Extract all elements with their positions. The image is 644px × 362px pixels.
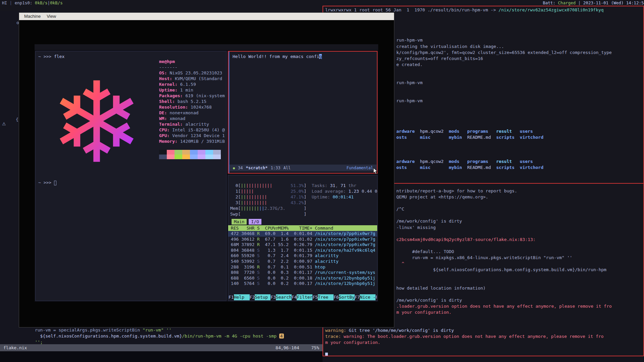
palette-swatch [182,155,190,159]
info-label: Memory: [159,139,178,144]
meter-label: 2[ [230,194,241,199]
process-command: /run/current-system/sys [315,270,375,275]
warning-label: warning: [325,328,346,333]
cpu-meter-2: 2[|||||||||| 47.1%] Uptime: 00:01:41 [230,194,377,200]
editor-code-line: run-vm = specialArgs.pkgs.writeScriptBin… [19,327,171,333]
process-row[interactable]: 472 30468 R 69.0 1.4 0:01.04 /nix/store/… [228,231,377,237]
neofetch-user-host: me@hpm [159,59,225,64]
process-ids: 140 5764 [228,281,257,286]
emacs-pane[interactable]: Hello World!! from my emacs config ● 34 … [228,51,378,174]
palette-swatch [182,150,190,155]
info-value: KVM/QEMU (Standard PC (i440FX + PIIX, 19… [172,76,225,81]
directory-name: mods [449,128,467,134]
process-ids: 496 30612 [228,237,257,242]
meter-bars-high: ||||||||| [243,200,267,205]
fkey-tree-button[interactable]: Tree [318,294,334,300]
process-row[interactable]: 688 6560 S 0.0 0.2 0:00.18 /nix/store/12… [228,276,377,281]
directory-name: programs [467,159,496,165]
info-value: 1420MiB / 3931MiB [178,139,225,144]
process-row[interactable]: 140 5764 S 0.0 0.2 0:00.17 /nix/store/12… [228,281,377,287]
meter-pad [285,206,304,211]
fkey-search-button[interactable]: Search [276,294,292,300]
neofetch-row: Terminal:alacritty [159,121,225,127]
info-label: Resolution: [159,105,188,110]
host-label: HI [2,0,10,5]
shell-prompt: ~ >>> flex [38,54,64,59]
emacs-buffer-text: Hello World!! from my emacs config [233,54,322,59]
process-table-header[interactable]: RES SHR S CPU%▽MEM% TIME+ Command [228,225,377,231]
vim-command-line[interactable] [0,351,323,362]
directory-name: mybin [449,134,467,140]
directory-name: scripts [496,165,519,171]
menu-item-machine[interactable]: Machine [21,13,44,20]
uptime-label: Uptime: [306,194,333,199]
process-row[interactable]: 540 53992 S 0.7 2.2 0:00.97 alacritty [228,259,377,264]
tasks-count: 31 [330,183,335,188]
meter-bars-low: | [241,200,243,205]
palette-swatch [167,150,175,155]
symlink-name: result [496,159,519,165]
process-state: S [257,270,260,275]
process-command: htop [315,264,325,269]
cpu-meter-0: 0[|||||||||||| 51.3%] Tasks: 31, 71 thr [230,183,377,188]
fkey-help-button[interactable]: Help [234,294,250,300]
neofetch-row: Uptime:1 min [159,87,225,93]
neofetch-row: CPU:Intel i5-8250U (4) @ 1.791GHz [159,127,225,133]
process-stats: 0.0 0.2 0:00.18 [260,276,315,281]
fkey-label: F2 [250,294,255,300]
editor-code-line: ${self.nixosConfigurations.hpm.config.sy… [19,333,284,339]
mouse-cursor [373,168,378,174]
process-command: /nix/store/ha2fv9kc6lq4 [315,248,375,253]
vm-display[interactable]: HI | eth0: 0kB/s|0kB/s Batt: Charged | 2… [35,44,378,302]
process-row[interactable]: 660 55920 S 0.7 2.4 0:01.79 alacritty [228,253,377,259]
directory-name: users [520,159,533,165]
directory-name: programs [467,128,496,134]
meter-bars-low: || [241,194,246,199]
process-row[interactable]: 808 7720 S 0.0 0.3 0:01.17 /run/current-… [228,270,377,276]
process-state: S [257,253,260,258]
file-name: README.md [467,134,496,140]
process-state: S [257,248,260,253]
neofetch-row: Memory:1420MiB / 3931MiB [159,138,225,144]
meter-label: 3[ [230,200,241,205]
htop-tab-main[interactable]: Main [232,219,247,225]
process-row[interactable]: 804 36848 S 1.3 1.7 0:01.15 /nix/store/h… [228,248,377,253]
htop-tab-io[interactable]: I/O [249,219,261,225]
rx-rate: 0kB/s [35,0,48,5]
shell-command: flex [54,54,64,59]
htop-pane[interactable]: 0[|||||||||||| 51.3%] Tasks: 31, 71 thr … [228,175,378,301]
palette-swatch [205,150,213,155]
palette-swatch [198,155,205,159]
fkey-setup-button[interactable]: Setup [255,294,270,300]
fkey-filter-button[interactable]: Filter [297,294,312,300]
editor-text-fragment: { [16,117,18,122]
meter-bars-low: || [241,183,246,188]
menu-item-view[interactable]: View [44,13,59,20]
svg-text:❄: ❄ [50,61,143,176]
info-label: Uptime: [159,87,178,93]
fkey-nice-minus-button[interactable]: Nice - [360,294,376,300]
fkey-sortby-button[interactable]: SortBy [339,294,355,300]
process-row[interactable]: 496 30612 R 67.7 1.6 0:01.02 /nix/store/… [228,237,377,242]
process-stats: 67.7 1.6 0:01.02 [260,237,315,242]
vim-statusline: flake.nix 84,96-104 75% [0,344,323,351]
process-stats: 47.1 55.2 0:26.79 [260,242,315,247]
directory-name: misc [420,134,449,140]
process-row[interactable]: 68M 37892 R 47.1 55.2 0:26.79 /nix/store… [228,242,377,248]
meter-bars-high: |||||||| [246,194,267,199]
terminal-blank-space [325,346,643,352]
process-ids: 660 55920 [228,253,257,258]
color-palette [159,150,221,159]
warning-line: trace: warning: The boot.loader.grub.ver… [325,334,643,340]
palette-swatch [213,150,221,155]
palette-swatch [198,150,205,155]
qemu-window[interactable]: Machine View HI | eth0: 0kB/s|0kB/s Batt… [19,12,394,327]
outer-status-bar: HI | enp1s0: 0kB/s|0kB/s Batt: Charged |… [0,0,644,6]
palette-swatch [175,150,182,155]
process-row[interactable]: 288 3196 R 0.7 0.1 0:00.51 htop [228,264,377,270]
interface-label: enp1s0: [15,0,35,5]
vm-terminal-pane[interactable]: ~ >>> flex ❄ me@hpm ------- OS:NixOS 23.… [35,51,227,301]
process-state: R [257,242,260,247]
info-value: xmonad [167,116,185,121]
terminal-cursor [325,353,328,356]
